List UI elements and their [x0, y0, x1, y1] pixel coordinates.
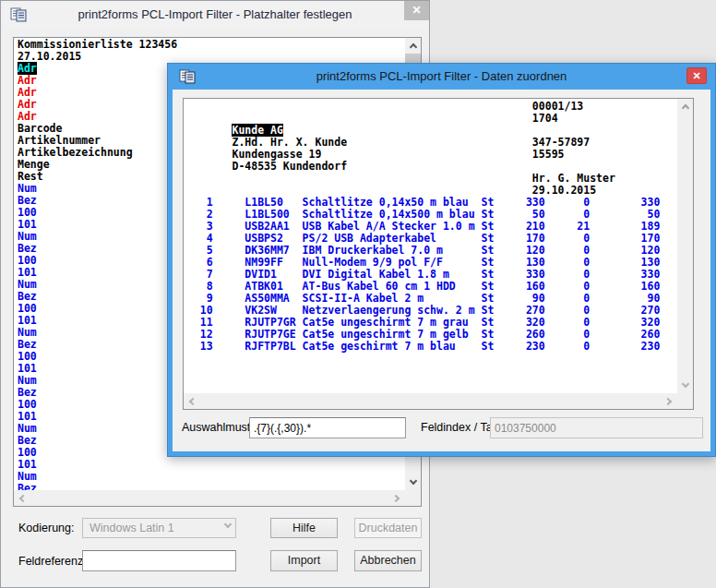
scroll-up-icon[interactable] [677, 99, 693, 114]
dialog-titlebar[interactable]: print2forms PCL-Import Filter - Daten zu… [168, 64, 715, 90]
hilfe-button[interactable]: Hilfe [270, 518, 338, 538]
list-horizontal-scrollbar[interactable] [14, 490, 405, 506]
abbrechen-button[interactable]: Abbrechen [354, 550, 422, 571]
feldreferenz-input[interactable] [82, 550, 236, 571]
scroll-left-icon[interactable] [184, 393, 199, 409]
window-daten-zuordnen: print2forms PCL-Import Filter - Daten zu… [167, 63, 716, 457]
dialog-content: 00001/13 1704 Kunde AG Z.Hd. Hr. X. Kund… [173, 90, 710, 451]
scroll-down-icon[interactable] [677, 378, 693, 393]
scroll-right-icon[interactable] [389, 490, 405, 506]
scroll-up-icon[interactable] [405, 38, 421, 54]
import-button[interactable]: Import [270, 550, 338, 571]
dialog-title: print2forms PCL-Import Filter - Daten zu… [168, 64, 715, 90]
document-text[interactable]: 00001/13 1704 Kunde AG Z.Hd. Hr. X. Kund… [184, 99, 677, 393]
kodierung-value: Windows Latin 1 [90, 519, 174, 537]
scrollbar-corner [677, 393, 693, 409]
close-icon[interactable]: ✕ [686, 67, 707, 84]
kodierung-select[interactable]: Windows Latin 1 [82, 518, 236, 538]
kodierung-label: Kodierung: [18, 522, 74, 534]
feldreferenz-label: Feldreferenz: [18, 555, 87, 568]
close-icon[interactable]: ✕ [404, 1, 429, 20]
preview-horizontal-scrollbar[interactable] [184, 393, 677, 409]
scroll-left-icon[interactable] [14, 490, 30, 506]
window-title: print2forms PCL-Import Filter - Platzhal… [1, 1, 429, 29]
scroll-right-icon[interactable] [662, 393, 677, 409]
auswahlmuster-input[interactable] [249, 417, 406, 438]
scroll-down-icon[interactable] [405, 474, 421, 490]
document-preview[interactable]: 00001/13 1704 Kunde AG Z.Hd. Hr. X. Kund… [183, 98, 694, 410]
preview-vertical-scrollbar[interactable] [677, 99, 693, 393]
feldindex-input [490, 417, 703, 438]
druckdaten-button: Druckdaten [354, 518, 422, 538]
titlebar[interactable]: print2forms PCL-Import Filter - Platzhal… [1, 1, 429, 29]
scrollbar-corner [405, 490, 421, 506]
chevron-down-icon [224, 521, 232, 528]
